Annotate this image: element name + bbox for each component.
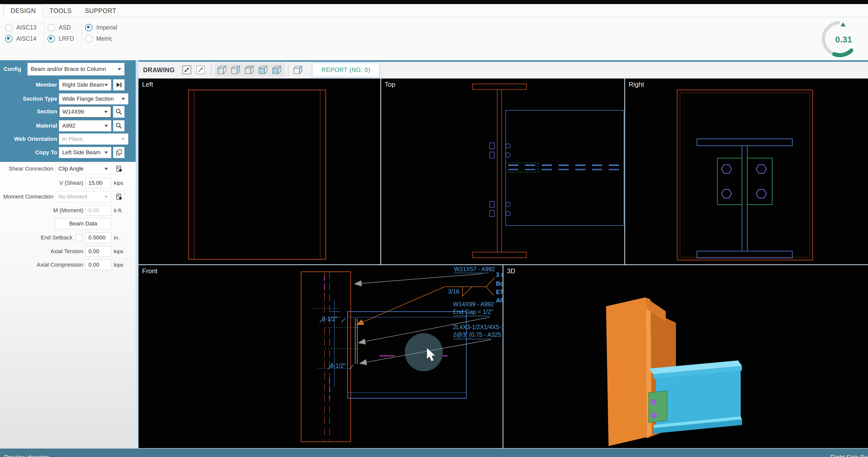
end-setback-input[interactable]: 0.5000 (85, 232, 111, 243)
material-search-button[interactable] (113, 120, 125, 131)
beam-plan-outline (506, 110, 624, 225)
view-iso-button[interactable] (291, 64, 304, 76)
design-options: AISC13 AISC14 ASD LRFD (4, 20, 125, 49)
moment-connection-label: Moment Connection (0, 191, 53, 202)
column-magenta-marks (324, 276, 330, 399)
radio-aisc14-label: AISC14 (16, 35, 36, 42)
main-area: DRAWING (138, 60, 868, 448)
copy-icon (115, 149, 122, 156)
viewport-left[interactable]: Left (138, 79, 380, 264)
material-label: Material (0, 120, 57, 131)
front-view-drawing: W21X57 - A992 3/16 W14X99 - A992 End Gap… (138, 265, 503, 448)
viewport-3d[interactable]: 3D (503, 265, 868, 448)
shear-connection-value: Clip Angle (58, 165, 84, 172)
view-top-button[interactable] (243, 64, 255, 76)
view-back-button[interactable] (270, 64, 283, 76)
step-next-icon (115, 81, 122, 88)
radio-metric-label: Metric (96, 35, 112, 42)
angle-callout-line1: 2L4X3-1/2X1/4X5-1/ (453, 324, 503, 330)
search-icon (115, 122, 122, 129)
end-setback-value: 0.5000 (88, 234, 105, 241)
radio-asd-circle[interactable] (48, 24, 55, 31)
radio-imperial-label: Imperial (96, 24, 117, 31)
section-dropdown[interactable]: W14X99 (59, 106, 111, 118)
toolbar-separator (288, 64, 288, 76)
gauge-value: 0.31 (835, 35, 852, 44)
radio-aisc14[interactable]: AISC14 (5, 33, 36, 44)
tab-report[interactable]: REPORT (NG: 0) (312, 63, 380, 77)
bolt-3d (651, 413, 657, 418)
expand-alt-icon (195, 64, 206, 75)
member-dropdown[interactable]: Right Side Beam (59, 79, 111, 90)
axial-tension-input[interactable]: 0.00 (85, 246, 111, 257)
shear-connection-label: Shear Connection (0, 163, 53, 174)
end-setback-checkbox[interactable] (75, 234, 82, 241)
cube-iso-icon (292, 64, 303, 75)
section-type-dropdown[interactable]: Wide Flange Section (59, 93, 128, 104)
moment-connection-settings-button[interactable] (113, 191, 125, 202)
view-right-button[interactable] (229, 64, 241, 76)
beam-data-button[interactable]: Beam Data (55, 218, 111, 229)
viewport-left-label: Left (142, 81, 153, 88)
viewport-3d-label: 3D (507, 267, 515, 275)
gauge-arrow-icon (841, 22, 846, 26)
viewport-front[interactable]: Front (138, 265, 503, 448)
radio-lrfd[interactable]: LRFD (48, 33, 74, 44)
clip-angle-edge (355, 318, 357, 364)
cube-right-icon (230, 64, 241, 75)
cube-front-icon (257, 64, 268, 75)
viewport-right[interactable]: Right (625, 79, 868, 264)
drawing-toolbar: DRAWING (138, 60, 868, 78)
m-moment-input: 0.00 (85, 205, 111, 216)
radio-aisc13-label: AISC13 (16, 24, 36, 31)
view-left-button[interactable] (215, 64, 228, 76)
next-member-button[interactable] (113, 79, 125, 90)
radio-metric-circle[interactable] (85, 35, 92, 42)
web-orientation-label: Web Orientation (0, 133, 57, 145)
section-search-button[interactable] (113, 106, 125, 118)
material-dropdown[interactable]: A992 (59, 120, 111, 131)
config-dropdown[interactable]: Beam and/or Brace to Column (27, 63, 125, 75)
dim-top-text: 3-1/2" (322, 316, 337, 322)
radio-imperial-circle[interactable] (85, 24, 92, 31)
copy-to-dropdown[interactable]: Left Side Beam (59, 147, 111, 158)
view-cube-group (215, 63, 285, 77)
radio-aisc14-circle[interactable] (5, 35, 12, 42)
beam-callout-line2: End Gap = 1/2" (453, 309, 493, 315)
radio-imperial[interactable]: Imperial (85, 22, 117, 33)
axial-compression-input[interactable]: 0.00 (85, 260, 111, 270)
tab-support[interactable]: SUPPORT (78, 5, 123, 17)
cube-top-icon (243, 64, 255, 75)
zoom-extents-button[interactable] (181, 64, 193, 76)
tab-design[interactable]: DESIGN (4, 4, 43, 17)
radio-metric[interactable]: Metric (85, 33, 117, 44)
radio-lrfd-circle[interactable] (48, 35, 55, 42)
radio-asd-label: ASD (59, 24, 71, 31)
ribbon-tabbar: DESIGN TOOLS SUPPORT (4, 5, 868, 17)
axial-compression-value: 0.00 (88, 262, 99, 268)
radio-asd[interactable]: ASD (48, 22, 74, 33)
ribbon-header: DESIGN TOOLS SUPPORT AISC13 AISC14 ASD (0, 4, 868, 60)
copy-button[interactable] (113, 147, 125, 158)
document-gear-icon (115, 193, 122, 200)
viewport-top[interactable]: Top (381, 79, 624, 264)
radio-aisc13-circle[interactable] (5, 24, 12, 31)
column-section-outline (473, 84, 526, 258)
window-top-strip (0, 0, 868, 4)
v-shear-unit: kips (114, 178, 123, 188)
section-type-label: Section Type (0, 93, 57, 104)
clipped-note: All (496, 297, 503, 304)
zoom-window-button[interactable] (194, 64, 207, 76)
shear-connection-settings-button[interactable] (113, 163, 125, 174)
tab-tools[interactable]: TOOLS (43, 5, 78, 17)
right-view-drawing (625, 79, 868, 264)
shear-connection-dropdown[interactable]: Clip Angle (55, 163, 111, 174)
standard-group: AISC13 AISC14 (4, 20, 44, 49)
top-view-drawing (381, 79, 624, 264)
radio-aisc13[interactable]: AISC13 (5, 22, 36, 33)
copy-to-label: Copy To (0, 147, 57, 158)
angle-callout-line2: 2@3" (0.75 - A325 - (453, 331, 503, 338)
column-flange-3d (606, 297, 647, 446)
v-shear-input[interactable]: 15.00 (85, 178, 111, 188)
view-front-button[interactable] (257, 64, 269, 76)
